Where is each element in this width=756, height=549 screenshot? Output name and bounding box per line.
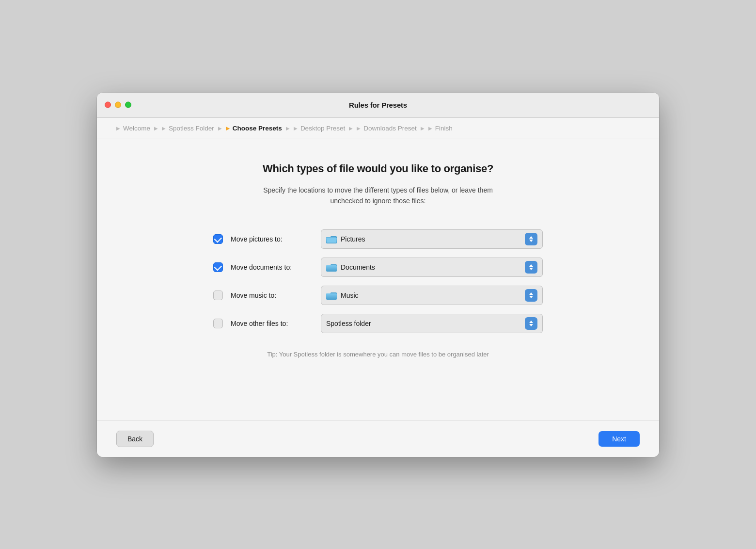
rule-row-documents: Move documents to: <box>213 258 543 277</box>
bc-sep-3: ▶ <box>286 126 290 131</box>
arrow-up-pictures <box>529 236 533 239</box>
tip-text: Tip: Your Spotless folder is somewhere y… <box>126 351 630 358</box>
main-content: Which types of file would you like to or… <box>97 139 659 420</box>
rules-list: Move pictures to: <box>213 229 543 333</box>
breadcrumb-label-finish: Finish <box>435 125 453 132</box>
stepper-pictures[interactable] <box>525 233 537 245</box>
rule-row-music: Move music to: <box>213 286 543 305</box>
svg-rect-2 <box>327 238 336 243</box>
arrow-up-music <box>529 292 533 295</box>
main-description: Specify the locations to move the differ… <box>126 185 630 207</box>
breadcrumb-label-choose: Choose Presets <box>233 125 282 132</box>
main-heading: Which types of file would you like to or… <box>126 162 630 175</box>
breadcrumb-item-spotless-folder[interactable]: ▶ Spotless Folder <box>162 125 214 132</box>
rule-label-documents: Move documents to: <box>231 263 313 271</box>
rule-row-pictures: Move pictures to: <box>213 229 543 249</box>
bc-sep-4: ▶ <box>349 126 353 131</box>
rule-destination-documents: Documents <box>341 263 521 271</box>
breadcrumb-arrow-welcome: ▶ <box>116 126 120 131</box>
breadcrumb-arrow-choose: ▶ <box>226 126 230 131</box>
folder-icon-pictures <box>326 235 337 243</box>
footer: Back Next <box>97 420 659 457</box>
bc-sep-2: ▶ <box>218 126 222 131</box>
rule-select-documents[interactable]: Documents <box>321 258 543 277</box>
rule-select-music[interactable]: Music <box>321 286 543 305</box>
back-button[interactable]: Back <box>116 431 154 447</box>
breadcrumb-arrow-spotless: ▶ <box>162 126 166 131</box>
breadcrumb-item-choose-presets[interactable]: ▶ Choose Presets <box>226 125 282 132</box>
rule-destination-other: Spotless folder <box>326 320 521 327</box>
window-title: Rules for Presets <box>349 101 407 109</box>
maximize-button[interactable] <box>125 102 131 108</box>
breadcrumb-label-desktop: Desktop Preset <box>300 125 345 132</box>
arrow-down-other <box>529 324 533 326</box>
svg-rect-4 <box>326 265 337 272</box>
minimize-button[interactable] <box>115 102 121 108</box>
breadcrumb-label-downloads: Downloads Preset <box>363 125 417 132</box>
arrow-down-documents <box>529 268 533 270</box>
arrow-up-other <box>529 321 533 323</box>
breadcrumb: ▶ Welcome ▶ ▶ Spotless Folder ▶ ▶ Choose… <box>97 118 659 139</box>
main-window: Rules for Presets ▶ Welcome ▶ ▶ Spotless… <box>97 93 659 457</box>
breadcrumb-label-welcome: Welcome <box>123 125 150 132</box>
close-button[interactable] <box>105 102 111 108</box>
bc-sep-1: ▶ <box>154 126 158 131</box>
breadcrumb-label-spotless: Spotless Folder <box>169 125 214 132</box>
checkbox-music[interactable] <box>213 291 223 300</box>
rule-row-other: Move other files to: Spotless folder <box>213 314 543 333</box>
bc-sep-5: ▶ <box>421 126 425 131</box>
stepper-music[interactable] <box>525 289 537 302</box>
rule-label-pictures: Move pictures to: <box>231 235 313 243</box>
breadcrumb-item-welcome[interactable]: ▶ Welcome <box>116 125 150 132</box>
breadcrumb-arrow-finish: ▶ <box>428 126 432 131</box>
checkbox-pictures[interactable] <box>213 234 223 244</box>
breadcrumb-item-desktop-preset[interactable]: ▶ Desktop Preset <box>294 125 345 132</box>
rule-select-other[interactable]: Spotless folder <box>321 314 543 333</box>
breadcrumb-item-downloads-preset[interactable]: ▶ Downloads Preset <box>357 125 417 132</box>
stepper-other[interactable] <box>525 317 537 330</box>
rule-label-other: Move other files to: <box>231 320 313 327</box>
stepper-documents[interactable] <box>525 261 537 274</box>
breadcrumb-item-finish[interactable]: ▶ Finish <box>428 125 453 132</box>
rule-select-pictures[interactable]: Pictures <box>321 229 543 249</box>
rule-destination-pictures: Pictures <box>341 235 521 243</box>
breadcrumb-arrow-desktop: ▶ <box>294 126 298 131</box>
title-bar: Rules for Presets <box>97 93 659 118</box>
arrow-up-documents <box>529 264 533 267</box>
folder-icon-documents <box>326 263 337 272</box>
rule-label-music: Move music to: <box>231 291 313 299</box>
traffic-lights <box>105 102 131 108</box>
rule-destination-music: Music <box>341 291 521 299</box>
svg-rect-6 <box>326 293 337 300</box>
folder-icon-music <box>326 291 337 300</box>
breadcrumb-arrow-downloads: ▶ <box>357 126 361 131</box>
arrow-down-pictures <box>529 240 533 242</box>
checkbox-documents[interactable] <box>213 262 223 272</box>
next-button[interactable]: Next <box>598 431 640 447</box>
checkbox-other[interactable] <box>213 319 223 328</box>
arrow-down-music <box>529 296 533 298</box>
